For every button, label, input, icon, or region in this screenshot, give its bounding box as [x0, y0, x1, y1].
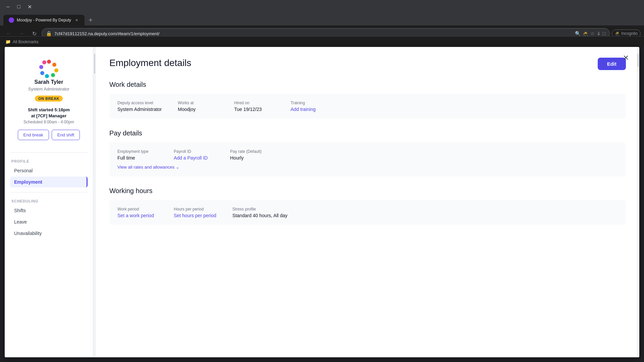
svg-point-3 [51, 73, 55, 77]
address-icons: 🔍 🥷 ☆ ⇓ □ [575, 31, 605, 36]
sidebar: Sarah Tyler System Administrator ON BREA… [5, 47, 93, 357]
works-at-value: Moodjoy [178, 107, 218, 112]
close-panel-button[interactable] [621, 52, 631, 63]
work-details-section: Work details Deputy access level System … [109, 81, 626, 119]
deputy-logo [37, 55, 61, 79]
pay-rate-label: Pay rate (Default) [230, 149, 270, 154]
profile-icon[interactable]: □ [603, 31, 605, 36]
employment-type-item: Employment type Full time [117, 149, 158, 161]
shift-actions: End break End shift [18, 130, 80, 140]
main-scrollbar[interactable] [637, 47, 639, 357]
work-period-item: Work period Set a work period [117, 207, 158, 218]
set-hours-link[interactable]: Set hours per period [174, 213, 216, 218]
works-at-item: Works at Moodjoy [178, 101, 218, 112]
maximize-button[interactable]: □ [14, 2, 23, 11]
shift-started-text: Shift started 5:18pmat [7CF] Manager [23, 107, 74, 119]
view-rates-link[interactable]: View all rates and allowances ⌄ [117, 165, 618, 170]
star-icon[interactable]: ☆ [590, 31, 595, 36]
main-header: Employment details Edit [109, 58, 626, 70]
browser-titlebar: – □ ✕ [0, 0, 644, 13]
lock-icon: 🔒 [46, 31, 52, 36]
work-details-row: Deputy access level System Administrator… [117, 101, 618, 112]
main-scroll-thumb [637, 54, 639, 67]
end-break-button[interactable]: End break [18, 130, 49, 140]
app-window: Sarah Tyler System Administrator ON BREA… [5, 47, 639, 357]
deputy-access-item: Deputy access level System Administrator [117, 101, 162, 112]
pay-details-title: Pay details [109, 129, 626, 137]
pay-rate-item: Pay rate (Default) Hourly [230, 149, 270, 161]
profile-section-label: PROFILE [10, 159, 88, 163]
pay-rate-value: Hourly [230, 155, 270, 161]
on-break-badge: ON BREAK [35, 96, 63, 102]
tab-favicon [9, 17, 14, 23]
user-name: Sarah Tyler [35, 79, 63, 85]
scheduling-section-label: SCHEDULING [10, 199, 88, 203]
training-label: Training [290, 101, 331, 105]
hours-per-period-label: Hours per period [174, 207, 216, 212]
minimize-button[interactable]: – [3, 2, 13, 11]
incognito-label: Incognito [621, 31, 638, 36]
sidebar-divider-middle [10, 192, 88, 192]
new-tab-button[interactable]: + [86, 15, 95, 25]
incognito-icon: 🥷 [583, 31, 588, 36]
svg-point-1 [52, 63, 56, 67]
end-shift-button[interactable]: End shift [52, 130, 80, 140]
svg-point-0 [47, 60, 51, 64]
training-item: Training Add training [290, 101, 331, 112]
add-payroll-id-link[interactable]: Add a Payroll ID [174, 155, 214, 161]
working-hours-row: Work period Set a work period Hours per … [117, 207, 618, 218]
download-icon[interactable]: ⇓ [597, 31, 601, 36]
work-period-label: Work period [117, 207, 158, 212]
payroll-id-label: Payroll ID [174, 149, 214, 154]
pay-details-row: Employment type Full time Payroll ID Add… [117, 149, 618, 161]
work-details-title: Work details [109, 81, 626, 88]
shift-scheduled-text: Scheduled 8:00am - 4:00pm [23, 120, 74, 124]
payroll-id-item: Payroll ID Add a Payroll ID [174, 149, 214, 161]
employment-type-label: Employment type [117, 149, 158, 154]
svg-point-7 [42, 60, 46, 64]
deputy-access-value: System Administrator [117, 107, 162, 112]
sidebar-item-leave[interactable]: Leave [10, 217, 88, 227]
sidebar-scroll-thumb [94, 54, 95, 74]
sidebar-item-unavailability[interactable]: Unavailability [10, 228, 88, 239]
svg-point-4 [45, 74, 49, 78]
working-hours-card: Work period Set a work period Hours per … [109, 200, 626, 225]
shift-info: Shift started 5:18pmat [7CF] Manager Sch… [23, 107, 74, 124]
svg-point-5 [40, 71, 44, 75]
sidebar-divider-top [10, 152, 88, 153]
hired-on-value: Tue 19/12/23 [234, 107, 274, 112]
active-tab[interactable]: Moodjoy - Powered By Deputy ✕ [3, 15, 85, 25]
tab-close-button[interactable]: ✕ [74, 17, 79, 23]
hired-on-item: Hired on Tue 19/12/23 [234, 101, 274, 112]
profile-nav: Personal Employment [10, 165, 88, 188]
chevron-down-icon: ⌄ [176, 165, 179, 170]
incognito-icon: 🥷 [615, 31, 620, 36]
pay-details-card: Employment type Full time Payroll ID Add… [109, 142, 626, 176]
work-details-card: Deputy access level System Administrator… [109, 94, 626, 119]
bookmarks-label: All Bookmarks [13, 40, 39, 44]
close-icon [623, 54, 629, 61]
url-text: 7cf47d19112152.na.deputy.com/#team/1/emp… [54, 31, 572, 36]
employment-type-value: Full time [117, 155, 158, 161]
stress-profile-value: Standard 40 hours, All day [232, 213, 287, 218]
stress-profile-item: Stress profile Standard 40 hours, All da… [232, 207, 287, 218]
bookmarks-folder-icon: 📁 [5, 39, 11, 44]
works-at-label: Works at [178, 101, 218, 105]
sidebar-item-personal[interactable]: Personal [10, 165, 88, 176]
svg-point-2 [54, 68, 58, 72]
main-content: Employment details Edit Work details Dep… [96, 47, 639, 357]
sidebar-item-employment[interactable]: Employment [10, 177, 88, 187]
tab-title: Moodjoy - Powered By Deputy [17, 18, 71, 22]
deputy-access-label: Deputy access level [117, 101, 162, 105]
add-training-link[interactable]: Add training [290, 107, 331, 112]
hired-on-label: Hired on [234, 101, 274, 105]
sidebar-scrollbar[interactable] [93, 47, 96, 357]
sidebar-item-shifts[interactable]: Shifts [10, 205, 88, 216]
close-window-button[interactable]: ✕ [25, 2, 34, 11]
scheduling-nav: Shifts Leave Unavailability [10, 205, 88, 239]
user-role: System Administrator [28, 86, 69, 92]
bookmarks-bar: 📁 All Bookmarks [0, 36, 644, 47]
svg-point-6 [39, 65, 43, 69]
set-work-period-link[interactable]: Set a work period [117, 213, 158, 218]
working-hours-section: Working hours Work period Set a work per… [109, 187, 626, 225]
